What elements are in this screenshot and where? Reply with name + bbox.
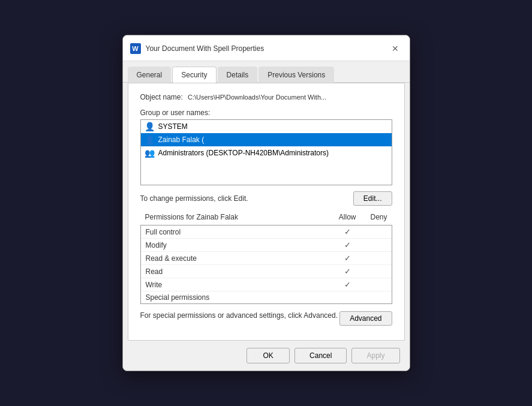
permissions-table: Full control ✓ Modify ✓ Read & execute ✓… bbox=[140, 225, 392, 304]
word-icon: W bbox=[130, 43, 141, 54]
security-tab-content: Object name: C:\Users\HP\Downloads\Your … bbox=[128, 83, 405, 341]
perm-write-name: Write bbox=[146, 281, 333, 289]
change-permissions-row: To change permissions, click Edit. Edit.… bbox=[140, 191, 392, 206]
tab-bar: General Security Details Previous Versio… bbox=[123, 61, 410, 83]
perm-special-name: Special permissions bbox=[146, 293, 333, 302]
permissions-columns: Allow Deny bbox=[339, 213, 387, 221]
edit-button[interactable]: Edit... bbox=[353, 191, 392, 206]
ok-button[interactable]: OK bbox=[247, 348, 290, 363]
advanced-row: For special permissions or advanced sett… bbox=[140, 311, 392, 326]
title-bar-left: W Your Document With Spell Properties bbox=[130, 43, 265, 54]
zainab-user-name: Zainab Falak ( bbox=[158, 136, 205, 144]
zainab-user-icon: 👤 bbox=[145, 135, 155, 145]
tab-general[interactable]: General bbox=[128, 67, 172, 83]
change-permissions-text: To change permissions, click Edit. bbox=[140, 194, 248, 203]
perm-write-allow: ✓ bbox=[333, 280, 363, 289]
perm-modify-name: Modify bbox=[146, 241, 333, 249]
object-name-value: C:\Users\HP\Downloads\Your Document With… bbox=[188, 94, 326, 101]
user-administrators[interactable]: 👥 Administrators (DESKTOP-NH420BM\Admini… bbox=[141, 146, 392, 160]
perm-read-allow: ✓ bbox=[333, 267, 363, 276]
perm-full-control: Full control ✓ bbox=[141, 225, 392, 239]
apply-button[interactable]: Apply bbox=[351, 348, 399, 363]
perm-special: Special permissions bbox=[141, 291, 392, 303]
cancel-button[interactable]: Cancel bbox=[294, 348, 347, 363]
advanced-button[interactable]: Advanced bbox=[339, 311, 392, 326]
deny-column-label: Deny bbox=[370, 213, 387, 221]
admins-user-icon: 👥 bbox=[145, 148, 155, 158]
perm-modify-allow: ✓ bbox=[333, 240, 363, 249]
advanced-text: For special permissions or advanced sett… bbox=[140, 311, 340, 320]
tab-security[interactable]: Security bbox=[172, 67, 216, 83]
title-bar: W Your Document With Spell Properties ✕ bbox=[123, 35, 410, 61]
user-system[interactable]: 👤 SYSTEM bbox=[141, 120, 392, 133]
perm-read-execute: Read & execute ✓ bbox=[141, 252, 392, 265]
dialog-title: Your Document With Spell Properties bbox=[146, 44, 265, 53]
perm-full-control-allow: ✓ bbox=[333, 227, 363, 236]
dialog-footer: OK Cancel Apply bbox=[123, 341, 410, 371]
properties-dialog: W Your Document With Spell Properties ✕ … bbox=[122, 35, 410, 371]
perm-read: Read ✓ bbox=[141, 265, 392, 278]
perm-read-execute-name: Read & execute bbox=[146, 254, 333, 263]
users-list[interactable]: 👤 SYSTEM 👤 Zainab Falak ( 👥 Administrato… bbox=[140, 119, 392, 185]
admins-user-name: Administrators (DESKTOP-NH420BM\Administ… bbox=[158, 149, 329, 157]
group-label: Group or user names: bbox=[140, 109, 392, 117]
system-user-name: SYSTEM bbox=[158, 122, 188, 131]
allow-column-label: Allow bbox=[339, 213, 356, 221]
tab-details[interactable]: Details bbox=[218, 67, 258, 83]
perm-write: Write ✓ bbox=[141, 278, 392, 291]
perm-read-execute-allow: ✓ bbox=[333, 254, 363, 263]
perm-read-name: Read bbox=[146, 267, 333, 276]
object-name-row: Object name: C:\Users\HP\Downloads\Your … bbox=[140, 93, 392, 101]
permissions-header: Permissions for Zainab Falak Allow Deny bbox=[140, 210, 392, 224]
object-name-label: Object name: bbox=[140, 93, 183, 101]
close-button[interactable]: ✕ bbox=[388, 41, 402, 56]
user-zainab[interactable]: 👤 Zainab Falak ( bbox=[141, 133, 392, 146]
system-user-icon: 👤 bbox=[145, 122, 155, 131]
tab-previous-versions[interactable]: Previous Versions bbox=[259, 67, 334, 83]
perm-full-control-name: Full control bbox=[146, 228, 333, 236]
perm-modify: Modify ✓ bbox=[141, 239, 392, 252]
permissions-for-label: Permissions for Zainab Falak bbox=[145, 213, 339, 221]
